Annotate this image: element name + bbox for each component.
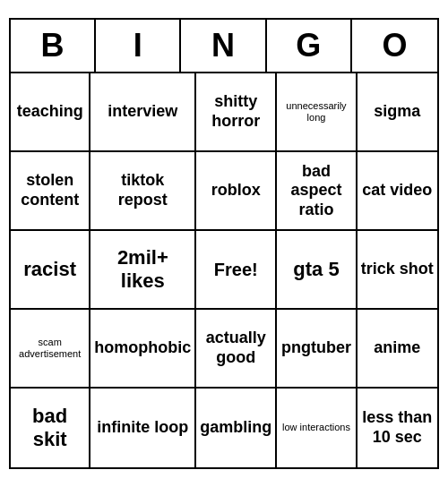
bingo-cell: shitty horror	[196, 73, 277, 152]
bingo-cell: roblox	[196, 152, 277, 231]
bingo-cell: pngtuber	[277, 310, 357, 389]
bingo-cell: unnecessarily long	[277, 73, 357, 152]
bingo-cell: homophobic	[90, 310, 196, 389]
bingo-cell: teaching	[11, 73, 90, 152]
bingo-cell: infinite loop	[90, 389, 196, 467]
bingo-header: BINGO	[11, 20, 437, 73]
bingo-cell: gta 5	[277, 231, 357, 310]
bingo-cell: bad aspect ratio	[277, 152, 357, 231]
bingo-cell: tiktok repost	[90, 152, 196, 231]
bingo-grid: teachinginterviewshitty horrorunnecessar…	[11, 73, 437, 467]
bingo-cell: racist	[11, 231, 90, 310]
header-letter: N	[181, 20, 266, 72]
bingo-cell: actually good	[196, 310, 277, 389]
bingo-cell: stolen content	[11, 152, 90, 231]
bingo-cell: bad skit	[11, 389, 90, 467]
header-letter: G	[267, 20, 352, 72]
header-letter: I	[96, 20, 181, 72]
bingo-cell: scam advertisement	[11, 310, 90, 389]
bingo-cell: less than 10 sec	[358, 389, 437, 467]
bingo-cell: trick shot	[358, 231, 437, 310]
bingo-card: BINGO teachinginterviewshitty horrorunne…	[9, 18, 439, 469]
bingo-cell: gambling	[196, 389, 277, 467]
bingo-cell: low interactions	[277, 389, 357, 467]
bingo-cell: 2mil+ likes	[90, 231, 196, 310]
bingo-cell: cat video	[358, 152, 437, 231]
bingo-cell: Free!	[196, 231, 277, 310]
bingo-cell: sigma	[358, 73, 437, 152]
header-letter: B	[11, 20, 96, 72]
header-letter: O	[352, 20, 437, 72]
bingo-cell: anime	[358, 310, 437, 389]
bingo-cell: interview	[90, 73, 196, 152]
